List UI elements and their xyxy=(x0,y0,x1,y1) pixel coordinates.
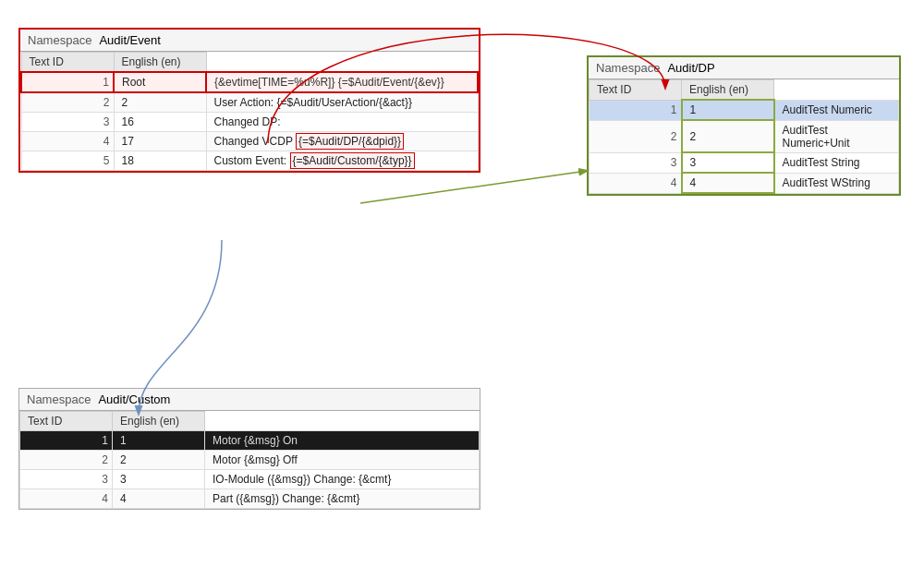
event-row-textid: Root xyxy=(114,72,206,92)
dp-namespace-value: Audit/DP xyxy=(667,61,714,75)
event-row-num: 5 xyxy=(21,151,114,171)
custom-row-num: 3 xyxy=(20,470,113,489)
audit-custom-table: Namespace Audit/Custom Text ID English (… xyxy=(18,388,480,510)
event-row-english: {&evtime[TIME=%u%R]} {=$Audit/Event/{&ev… xyxy=(206,72,478,92)
audit-dp-table: Namespace Audit/DP Text ID English (en) … xyxy=(587,55,901,196)
event-row-textid: 18 xyxy=(114,151,206,171)
custom-row[interactable]: 4 4 Part ({&msg}) Change: {&cmt} xyxy=(20,489,480,509)
dp-row[interactable]: 4 4 AuditTest WString xyxy=(590,173,899,193)
custom-row-textid: 4 xyxy=(113,489,205,509)
event-table: Text ID English (en) 1 Root {&evtime[TIM… xyxy=(20,52,479,171)
custom-row-textid: 3 xyxy=(113,470,205,489)
dp-col-textid: Text ID xyxy=(590,80,682,101)
dp-row-num: 3 xyxy=(590,152,682,173)
custom-table: Text ID English (en) 1 1 Motor {&msg} On… xyxy=(19,411,480,509)
event-row-english: Custom Event: {=$Audit/Custom/{&typ}} xyxy=(206,151,478,171)
custom-row[interactable]: 3 3 IO-Module ({&msg}) Change: {&cmt} xyxy=(20,470,480,489)
custom-row-textid: 1 xyxy=(113,431,205,451)
custom-row-num: 2 xyxy=(20,451,113,470)
dp-row-num: 4 xyxy=(590,173,682,193)
event-row-num: 3 xyxy=(21,113,114,132)
custom-row-english: Part ({&msg}) Change: {&cmt} xyxy=(205,489,480,509)
dp-namespace-label: Namespace xyxy=(596,61,660,75)
custom-col-english: English (en) xyxy=(113,412,205,431)
event-row-english: Changed DP: xyxy=(206,113,478,132)
dp-row[interactable]: 2 2 AuditTest Numeric+Unit xyxy=(590,120,899,152)
event-row[interactable]: 2 2 User Action: {=$Audit/UserAction/{&a… xyxy=(21,92,478,113)
event-row[interactable]: 4 17 Changed VCDP {=$Audit/DP/{&dpid}} xyxy=(21,132,478,151)
event-row-english: Changed VCDP {=$Audit/DP/{&dpid}} xyxy=(206,132,478,151)
event-col-textid: Text ID xyxy=(21,53,114,73)
event-header-row: Namespace Audit/Event xyxy=(20,30,479,52)
event-row-english: User Action: {=$Audit/UserAction/{&act}} xyxy=(206,92,478,113)
custom-col-textid: Text ID xyxy=(20,412,113,431)
custom-row-num: 1 xyxy=(20,431,113,451)
dp-row[interactable]: 3 3 AuditTest String xyxy=(590,152,899,173)
custom-row-english: Motor {&msg} Off xyxy=(205,451,480,470)
event-namespace-value: Audit/Event xyxy=(99,33,161,47)
audit-event-table: Namespace Audit/Event Text ID English (e… xyxy=(18,28,480,173)
dp-table: Text ID English (en) 1 1 AuditTest Numer… xyxy=(589,79,899,194)
custom-row[interactable]: 1 1 Motor {&msg} On xyxy=(20,431,480,451)
dp-row[interactable]: 1 1 AuditTest Numeric xyxy=(590,100,899,120)
dp-row-english: AuditTest String xyxy=(774,152,899,173)
event-row[interactable]: 5 18 Custom Event: {=$Audit/Custom/{&typ… xyxy=(21,151,478,171)
custom-namespace-value: Audit/Custom xyxy=(98,392,170,406)
custom-row-english: Motor {&msg} On xyxy=(205,431,480,451)
dp-row-english: AuditTest Numeric+Unit xyxy=(774,120,899,152)
custom-row-english: IO-Module ({&msg}) Change: {&cmt} xyxy=(205,470,480,489)
custom-row-textid: 2 xyxy=(113,451,205,470)
dp-row-textid: 1 xyxy=(682,100,774,120)
event-row-textid: 17 xyxy=(114,132,206,151)
dp-row-num: 1 xyxy=(590,100,682,120)
custom-row[interactable]: 2 2 Motor {&msg} Off xyxy=(20,451,480,470)
event-row-num: 2 xyxy=(21,92,114,113)
event-row-num: 1 xyxy=(21,72,114,92)
event-col-english: English (en) xyxy=(114,53,206,73)
dp-row-textid: 3 xyxy=(682,152,774,173)
dp-row-textid: 2 xyxy=(682,120,774,152)
event-row-textid: 2 xyxy=(114,92,206,113)
dp-row-textid: 4 xyxy=(682,173,774,193)
dp-row-num: 2 xyxy=(590,120,682,152)
custom-row-num: 4 xyxy=(20,489,113,509)
event-namespace-label: Namespace xyxy=(28,33,91,47)
dp-row-english: AuditTest Numeric xyxy=(774,100,899,120)
event-row-num: 4 xyxy=(21,132,114,151)
custom-namespace-label: Namespace xyxy=(27,392,91,406)
dp-header-row: Namespace Audit/DP xyxy=(589,57,899,79)
event-row-textid: 16 xyxy=(114,113,206,132)
event-row[interactable]: 3 16 Changed DP: xyxy=(21,113,478,132)
dp-col-english: English (en) xyxy=(682,80,774,101)
custom-header-row: Namespace Audit/Custom xyxy=(19,389,480,411)
event-row[interactable]: 1 Root {&evtime[TIME=%u%R]} {=$Audit/Eve… xyxy=(21,72,478,92)
dp-row-english: AuditTest WString xyxy=(774,173,899,193)
